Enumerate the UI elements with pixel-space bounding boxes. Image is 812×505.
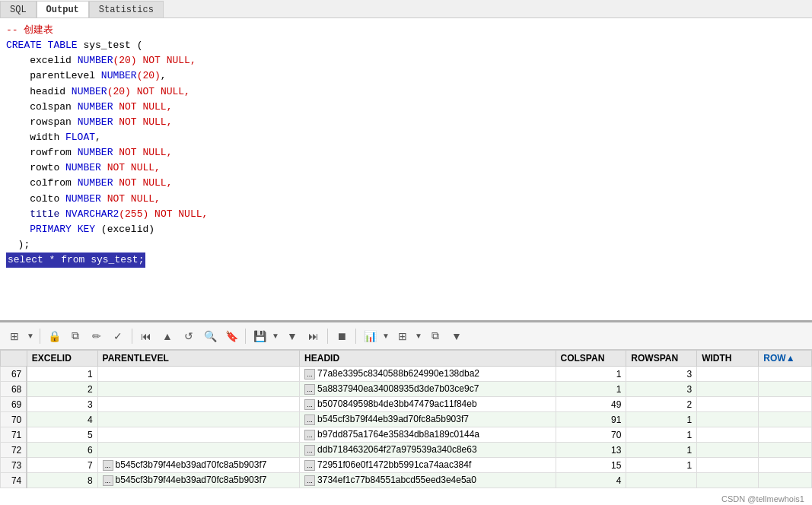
cell-rownum: 70 [1, 412, 27, 427]
grid-settings-dropdown[interactable]: ▼ [25, 326, 36, 346]
cell-colspan: 70 [556, 427, 626, 443]
cell-width [697, 382, 759, 397]
cell-excelid: 6 [27, 443, 97, 458]
stop-button[interactable]: ⏹ [332, 326, 352, 346]
comment-line: -- 创建表 [6, 23, 806, 38]
editor-line: headid NUMBER(20) NOT NULL, [6, 84, 806, 100]
cell-rownum: 73 [1, 458, 27, 473]
cell-rowspan: 3 [626, 382, 697, 397]
table-row[interactable]: 68 2 ...5a8837940ea34008935d3de7b03ce9c7… [1, 382, 812, 397]
cell-rowmore [759, 427, 812, 443]
sep1 [40, 329, 40, 344]
editor-line: colfrom NUMBER NOT NULL, [6, 176, 806, 191]
cell-rowspan: 1 [626, 412, 697, 427]
cell-rowspan: 1 [626, 443, 697, 458]
nav-refresh-button[interactable]: ↺ [179, 326, 199, 346]
cell-rowspan [626, 473, 697, 488]
table-view-dropdown[interactable]: ▼ [413, 326, 424, 346]
cell-rownum: 72 [1, 443, 27, 458]
editor-line: excelid NUMBER(20) NOT NULL, [6, 53, 806, 68]
table-row[interactable]: 74 8 ...b545cf3b79f44eb39ad70fc8a5b903f7… [1, 473, 812, 488]
expand-headid-btn[interactable]: ... [304, 445, 315, 456]
editor-line: title NVARCHAR2(255) NOT NULL, [6, 207, 806, 222]
nav-first-button[interactable]: ⏮ [136, 326, 156, 346]
save-button[interactable]: 💾 [250, 326, 269, 346]
sep4 [327, 329, 328, 344]
expand-headid-btn[interactable]: ... [304, 414, 315, 425]
cell-excelid: 8 [27, 473, 97, 488]
data-grid-wrapper: EXCELID PARENTLEVEL HEADID [0, 350, 812, 505]
data-grid-scroll[interactable]: EXCELID PARENTLEVEL HEADID [0, 350, 812, 505]
expand-btn[interactable]: ... [103, 475, 113, 486]
sep5 [355, 329, 356, 344]
editor-line: rowspan NUMBER NOT NULL, [6, 115, 806, 130]
table-row[interactable]: 69 3 ...b5070849598b4de3bb47479ac11f84eb… [1, 397, 812, 412]
editor-content: CREATE TABLE sys_test ( excelid NUMBER(2… [6, 38, 806, 268]
table-copy-button[interactable]: ⧉ [425, 326, 445, 346]
table-view-button[interactable]: ⊞ [393, 326, 412, 346]
tab-output[interactable]: Output [37, 1, 89, 17]
nav-last-button[interactable]: ⏭ [304, 326, 323, 346]
nav-down-button[interactable]: ▼ [282, 326, 302, 346]
editor-line: PRIMARY KEY (excelid) [6, 222, 806, 237]
nav-bookmark-button[interactable]: 🔖 [221, 326, 241, 346]
edit-button[interactable]: ✏ [87, 326, 107, 346]
table-row[interactable]: 73 7 ...b545cf3b79f44eb39ad70fc8a5b903f7… [1, 458, 812, 473]
expand-headid-btn[interactable]: ... [304, 369, 315, 380]
expand-headid-btn[interactable]: ... [304, 475, 315, 486]
cell-width [697, 367, 759, 382]
table-row[interactable]: 70 4 ...b545cf3b79f44eb39ad70fc8a5b903f7… [1, 412, 812, 427]
grid-settings-button[interactable]: ⊞ [5, 326, 24, 346]
editor-line: colspan NUMBER NOT NULL, [6, 100, 806, 115]
table-row[interactable]: 67 1 ...77a8e3395c8340588b624990e138dba2… [1, 367, 812, 382]
grid-settings-group: ⊞ ▼ [5, 326, 36, 346]
sql-editor[interactable]: -- 创建表 CREATE TABLE sys_test ( excelid N… [0, 18, 812, 322]
editor-line: colto NUMBER NOT NULL, [6, 192, 806, 207]
tabs-bar: SQL Output Statistics [0, 0, 812, 18]
cell-width [697, 458, 759, 473]
chart-dropdown[interactable]: ▼ [381, 326, 391, 346]
tab-sql[interactable]: SQL [0, 1, 37, 17]
cell-parentlevel: ...b545cf3b79f44eb39ad70fc8a5b903f7 [97, 473, 300, 488]
chart-button[interactable]: 📊 [360, 326, 380, 346]
cell-excelid: 5 [27, 427, 97, 443]
expand-headid-btn[interactable]: ... [304, 460, 315, 471]
cell-colspan: 49 [556, 397, 626, 412]
col-rowmore[interactable]: ROW▲ [759, 351, 812, 367]
cell-rowmore [759, 397, 812, 412]
tab-statistics[interactable]: Statistics [89, 1, 164, 17]
col-rowspan[interactable]: ROWSPAN [626, 351, 697, 367]
expand-btn[interactable]: ... [103, 460, 113, 471]
sep2 [132, 329, 132, 344]
cell-colspan: 91 [556, 412, 626, 427]
expand-headid-btn[interactable]: ... [304, 384, 315, 395]
check-button[interactable]: ✓ [108, 326, 128, 346]
table-row[interactable]: 72 6 ...ddb7184632064f27a979539a340c8e63… [1, 443, 812, 458]
copy-table-button[interactable]: ⧉ [65, 326, 85, 346]
cell-parentlevel [97, 397, 300, 412]
col-colspan[interactable]: COLSPAN [556, 351, 626, 367]
expand-headid-btn[interactable]: ... [304, 430, 315, 440]
col-headid[interactable]: HEADID [300, 351, 556, 367]
nav-up-button[interactable]: ▲ [158, 326, 177, 346]
cell-colspan: 1 [556, 382, 626, 397]
cell-width [697, 412, 759, 427]
table-row[interactable]: 71 5 ...b97dd875a1764e35834db8a189c0144a… [1, 427, 812, 443]
cell-rowspan: 1 [626, 458, 697, 473]
filter-button[interactable]: ▼ [447, 326, 467, 346]
cell-rowmore [759, 367, 812, 382]
save-dropdown[interactable]: ▼ [270, 326, 281, 346]
cell-rowmore [759, 458, 812, 473]
watermark: CSDN @tellmewhois1 [721, 494, 804, 503]
col-width[interactable]: WIDTH [697, 351, 759, 367]
lock-button[interactable]: 🔒 [44, 326, 64, 346]
cell-colspan: 15 [556, 458, 626, 473]
col-excelid[interactable]: EXCELID [27, 351, 97, 367]
table-view-group: ⊞ ▼ [393, 326, 424, 346]
cell-parentlevel [97, 367, 300, 382]
cell-excelid: 4 [27, 412, 97, 427]
sep3 [245, 329, 246, 344]
col-parentlevel[interactable]: PARENTLEVEL [97, 351, 300, 367]
nav-search-button[interactable]: 🔍 [200, 326, 220, 346]
expand-headid-btn[interactable]: ... [304, 399, 315, 410]
